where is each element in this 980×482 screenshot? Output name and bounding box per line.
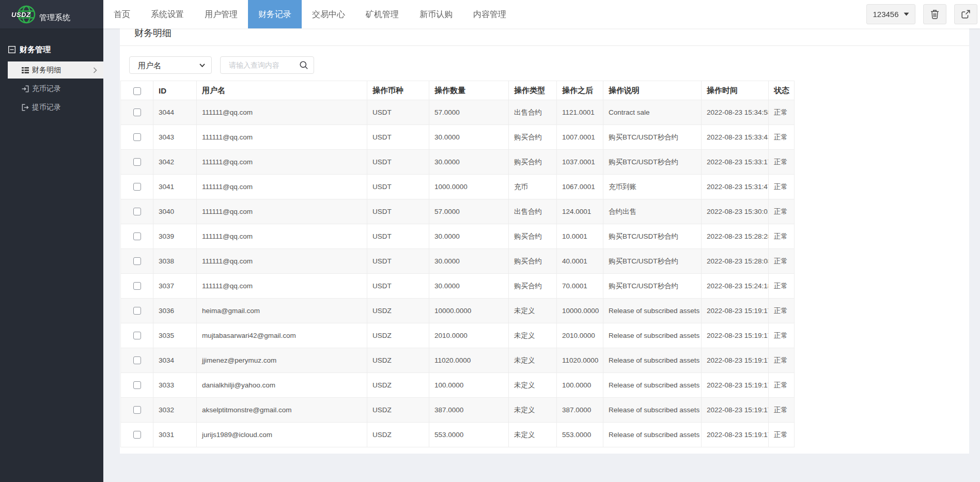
row-checkbox[interactable]	[133, 257, 141, 265]
cell-username: jurijs1989@icloud.com	[197, 423, 367, 447]
row-checkbox[interactable]	[133, 282, 141, 290]
table-row: 3044111111@qq.comUSDT57.0000出售合约1121.000…	[121, 100, 795, 125]
nav-item-7[interactable]: 内容管理	[463, 0, 517, 28]
table-body: 3044111111@qq.comUSDT57.0000出售合约1121.000…	[121, 100, 795, 447]
cell-after: 387.0000	[557, 398, 603, 423]
app-logo: USDZ 管理系统	[0, 0, 103, 28]
cell-status: 正常	[769, 423, 795, 447]
row-check-cell	[121, 125, 153, 150]
row-checkbox[interactable]	[133, 381, 141, 389]
sidebar-item-0[interactable]: 财务明细	[8, 61, 103, 79]
sidebar-section-finance[interactable]: 财务管理	[0, 42, 103, 57]
select-all-checkbox[interactable]	[133, 87, 141, 95]
cell-username: 111111@qq.com	[197, 125, 367, 150]
cell-coin: USDZ	[367, 299, 429, 323]
topbar: USDZ 管理系统 首页系统设置用户管理财务记录交易中心矿机管理新币认购内容管理…	[0, 0, 980, 28]
table-row: 3034jjimenez@perymuz.comUSDZ11020.0000未定…	[121, 348, 795, 373]
row-checkbox[interactable]	[133, 183, 141, 191]
cell-username: 111111@qq.com	[197, 274, 367, 299]
export-button[interactable]	[954, 4, 977, 24]
cell-status: 正常	[769, 199, 795, 224]
table-row: 3037111111@qq.comUSDT30.0000购买合约70.0001购…	[121, 274, 795, 299]
cell-id: 3033	[153, 373, 197, 398]
row-checkbox[interactable]	[133, 133, 141, 141]
row-check-cell	[121, 323, 153, 348]
nav-item-3[interactable]: 财务记录	[248, 0, 302, 28]
row-check-cell	[121, 249, 153, 274]
cell-time: 2022-08-23 15:19:17	[702, 398, 769, 423]
cell-after: 11020.0000	[557, 348, 603, 373]
sidebar-item-2[interactable]: 提币记录	[0, 99, 103, 116]
cell-coin: USDZ	[367, 398, 429, 423]
user-dropdown[interactable]: 123456	[866, 4, 915, 24]
search-input[interactable]	[221, 61, 294, 69]
table-row: 3036heima@gmail.comUSDZ10000.0000未定义1000…	[121, 299, 795, 323]
search-icon[interactable]	[294, 60, 314, 70]
cell-status: 正常	[769, 323, 795, 348]
cell-username: 111111@qq.com	[197, 199, 367, 224]
cell-coin: USDT	[367, 100, 429, 125]
cell-time: 2022-08-23 15:19:17	[702, 348, 769, 373]
cell-username: akselptitmonstre@gmail.com	[197, 398, 367, 423]
top-nav: 首页系统设置用户管理财务记录交易中心矿机管理新币认购内容管理	[103, 0, 517, 28]
col-header-status: 状态	[769, 81, 795, 100]
nav-item-4[interactable]: 交易中心	[302, 0, 355, 28]
nav-item-5[interactable]: 矿机管理	[355, 0, 409, 28]
cell-status: 正常	[769, 224, 795, 249]
cell-op-type: 未定义	[509, 373, 557, 398]
cell-note: Release of subscribed assets	[603, 398, 702, 423]
sign-in-icon	[22, 85, 29, 92]
nav-item-0[interactable]: 首页	[103, 0, 141, 28]
cell-amount: 57.0000	[429, 199, 509, 224]
cell-note: Release of subscribed assets	[603, 423, 702, 447]
cell-time: 2022-08-23 15:28:28	[702, 224, 769, 249]
row-checkbox[interactable]	[133, 108, 141, 116]
row-checkbox[interactable]	[133, 158, 141, 166]
nav-item-2[interactable]: 用户管理	[194, 0, 248, 28]
row-checkbox[interactable]	[133, 208, 141, 215]
sign-out-icon	[22, 104, 29, 111]
row-checkbox[interactable]	[133, 431, 141, 439]
filter-field-select[interactable]: 用户名	[129, 56, 212, 74]
cell-note: 购买BTC/USDT秒合约	[603, 224, 702, 249]
cell-coin: USDZ	[367, 423, 429, 447]
cell-op-type: 购买合约	[509, 224, 557, 249]
cell-note: Release of subscribed assets	[603, 323, 702, 348]
cell-after: 100.0000	[557, 373, 603, 398]
cell-after: 1067.0001	[557, 175, 603, 199]
row-check-cell	[121, 398, 153, 423]
cell-coin: USDT	[367, 150, 429, 175]
nav-item-1[interactable]: 系统设置	[141, 0, 194, 28]
sidebar-item-1[interactable]: 充币记录	[0, 80, 103, 97]
cell-amount: 30.0000	[429, 125, 509, 150]
cell-time: 2022-08-23 15:19:17	[702, 373, 769, 398]
select-all-cell	[121, 81, 153, 100]
cell-amount: 57.0000	[429, 100, 509, 125]
cell-username: 111111@qq.com	[197, 175, 367, 199]
table-row: 3031jurijs1989@icloud.comUSDZ553.0000未定义…	[121, 423, 795, 447]
cell-op-type: 购买合约	[509, 274, 557, 299]
col-header-amount: 操作数量	[429, 81, 509, 100]
col-header-username: 用户名	[197, 81, 367, 100]
row-checkbox[interactable]	[133, 332, 141, 339]
table-row: 3035mujtabasarwari42@gmail.comUSDZ2010.0…	[121, 323, 795, 348]
row-checkbox[interactable]	[133, 232, 141, 240]
nav-item-6[interactable]: 新币认购	[409, 0, 463, 28]
row-check-cell	[121, 299, 153, 323]
row-checkbox[interactable]	[133, 356, 141, 364]
row-checkbox[interactable]	[133, 307, 141, 315]
trash-button[interactable]	[923, 4, 946, 24]
cell-id: 3035	[153, 323, 197, 348]
cell-after: 1037.0001	[557, 150, 603, 175]
cell-id: 3032	[153, 398, 197, 423]
cell-id: 3043	[153, 125, 197, 150]
row-checkbox[interactable]	[133, 406, 141, 414]
sidebar-item-label: 提币记录	[32, 103, 61, 112]
row-check-cell	[121, 150, 153, 175]
cell-coin: USDT	[367, 274, 429, 299]
cell-note: 充币到账	[603, 175, 702, 199]
cell-status: 正常	[769, 398, 795, 423]
cell-time: 2022-08-23 15:33:43	[702, 125, 769, 150]
page-title: 财务明细	[134, 27, 172, 39]
cell-amount: 2010.0000	[429, 323, 509, 348]
